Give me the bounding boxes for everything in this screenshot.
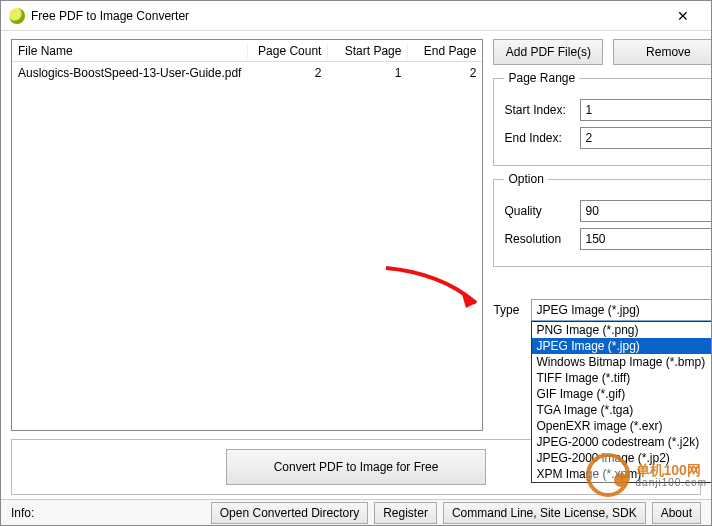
resolution-label: Resolution	[504, 232, 572, 246]
close-button[interactable]: ✕	[663, 8, 703, 24]
type-option[interactable]: Windows Bitmap Image (*.bmp)	[532, 354, 712, 370]
start-index-label: Start Index:	[504, 103, 572, 117]
col-file-name[interactable]: File Name	[12, 44, 247, 58]
type-option[interactable]: JPEG-2000 codestream (*.j2k)	[532, 434, 712, 450]
app-logo-icon	[9, 8, 25, 24]
type-option[interactable]: OpenEXR image (*.exr)	[532, 418, 712, 434]
cell-file-name: Auslogics-BoostSpeed-13-User-Guide.pdf	[12, 66, 247, 80]
type-option[interactable]: TGA Image (*.tga)	[532, 402, 712, 418]
cell-start-page: 1	[327, 66, 407, 80]
type-label: Type	[493, 299, 523, 317]
page-range-legend: Page Range	[504, 71, 579, 85]
remove-button[interactable]: Remove	[613, 39, 712, 65]
window-title: Free PDF to Image Converter	[31, 9, 663, 23]
table-header: File Name Page Count Start Page End Page	[12, 40, 482, 62]
resolution-input[interactable]	[580, 228, 712, 250]
register-button[interactable]: Register	[374, 502, 437, 524]
convert-button[interactable]: Convert PDF to Image for Free	[226, 449, 486, 485]
quality-input[interactable]	[580, 200, 712, 222]
type-option[interactable]: TIFF Image (*.tiff)	[532, 370, 712, 386]
option-group: Option Quality ▲ ▼ % Resolution ▲	[493, 172, 712, 267]
open-directory-button[interactable]: Open Converted Directory	[211, 502, 368, 524]
type-option[interactable]: JPEG Image (*.jpg)	[532, 338, 712, 354]
add-pdf-button[interactable]: Add PDF File(s)	[493, 39, 603, 65]
page-range-group: Page Range Start Index: ▲ ▼ End Index: ▲	[493, 71, 712, 166]
cell-end-page: 2	[407, 66, 482, 80]
footer: Info: Open Converted Directory Register …	[1, 499, 711, 525]
type-option[interactable]: GIF Image (*.gif)	[532, 386, 712, 402]
cell-page-count: 2	[247, 66, 327, 80]
type-option[interactable]: PNG Image (*.png)	[532, 322, 712, 338]
type-option[interactable]: XPM Image (*.xpm)	[532, 466, 712, 482]
start-index-input[interactable]	[580, 99, 712, 121]
end-index-input[interactable]	[580, 127, 712, 149]
end-index-label: End Index:	[504, 131, 572, 145]
type-option[interactable]: JPEG-2000 image (*.jp2)	[532, 450, 712, 466]
info-label: Info:	[11, 506, 34, 520]
option-legend: Option	[504, 172, 547, 186]
file-table: File Name Page Count Start Page End Page…	[11, 39, 483, 431]
type-dropdown-list: PNG Image (*.png)JPEG Image (*.jpg)Windo…	[531, 321, 712, 483]
col-page-count[interactable]: Page Count	[247, 44, 327, 58]
titlebar: Free PDF to Image Converter ✕	[1, 1, 711, 31]
col-start-page[interactable]: Start Page	[327, 44, 407, 58]
type-selected: JPEG Image (*.jpg)	[536, 303, 639, 317]
about-button[interactable]: About	[652, 502, 701, 524]
table-row[interactable]: Auslogics-BoostSpeed-13-User-Guide.pdf 2…	[12, 62, 482, 84]
col-end-page[interactable]: End Page	[407, 44, 482, 58]
quality-label: Quality	[504, 204, 572, 218]
type-combobox[interactable]: JPEG Image (*.jpg) ▼ PNG Image (*.png)JP…	[531, 299, 712, 321]
commandline-button[interactable]: Command Line, Site License, SDK	[443, 502, 646, 524]
